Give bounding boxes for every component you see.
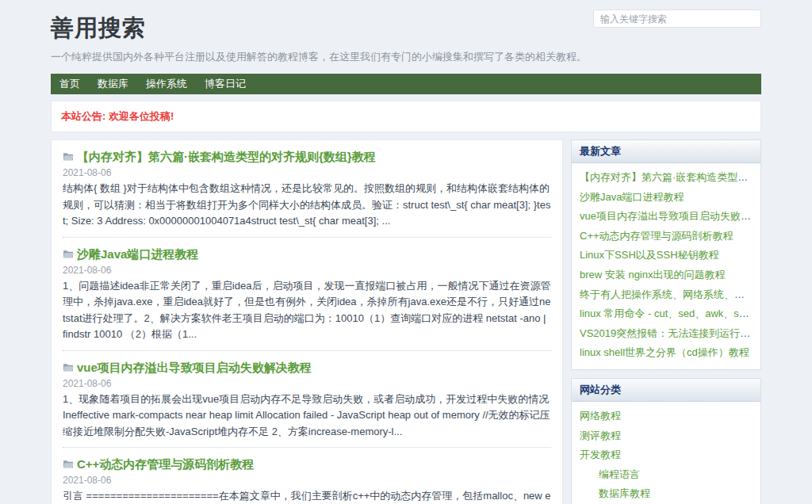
list-item: Linux下SSH以及SSH秘钥教程 bbox=[580, 246, 753, 265]
latest-article-link[interactable]: linux shell世界之分界（cd操作）教程 bbox=[580, 346, 749, 358]
widget-latest-articles: 最新文章 【内存对齐】第六篇·嵌套构造类型的对齐... 沙雕Java端口进程教程… bbox=[571, 139, 761, 370]
nav-item-database[interactable]: 数据库 bbox=[89, 74, 137, 94]
article-title-link[interactable]: 【内存对齐】第六篇·嵌套构造类型的对齐规则{数组}教程 bbox=[77, 149, 376, 164]
main-nav: 首页 数据库 操作系统 博客日记 bbox=[51, 74, 761, 94]
latest-article-link[interactable]: vue项目内存溢出导致项目启动失败解决教程 bbox=[580, 210, 753, 222]
latest-article-link[interactable]: 【内存对齐】第六篇·嵌套构造类型的对齐... bbox=[580, 171, 753, 183]
list-item: 【内存对齐】第六篇·嵌套构造类型的对齐... bbox=[580, 168, 753, 188]
latest-article-link[interactable]: 终于有人把操作系统、网络系统、线程进程... bbox=[580, 288, 753, 300]
category-link-programming-language[interactable]: 编程语言 bbox=[599, 468, 640, 480]
list-item: VS2019突然报错：无法连接到运行中的进... bbox=[580, 324, 753, 344]
article-title-link[interactable]: C++动态内存管理与源码剖析教程 bbox=[77, 456, 254, 472]
list-item: 沙雕Java端口进程教程 bbox=[580, 188, 753, 208]
article-title-link[interactable]: vue项目内存溢出导致项目启动失败解决教程 bbox=[77, 360, 312, 375]
folder-icon bbox=[63, 150, 74, 164]
latest-article-link[interactable]: VS2019突然报错：无法连接到运行中的进... bbox=[580, 327, 753, 339]
article-date: 2021-08-06 bbox=[63, 475, 551, 486]
main-row: 【内存对齐】第六篇·嵌套构造类型的对齐规则{数组}教程 2021-08-06 结… bbox=[51, 139, 761, 504]
page-container: 善用搜索 一个纯粹提供国内外各种平台注册以及使用解答的教程博客，在这里我们有专门… bbox=[51, 0, 761, 504]
folder-icon bbox=[63, 361, 74, 375]
list-item: 数据库教程 bbox=[580, 484, 753, 504]
latest-article-link[interactable]: linux 常用命令 - cut、sed、awk、sort教程 bbox=[580, 307, 753, 319]
article-item: vue项目内存溢出导致项目启动失败解决教程 2021-08-06 1、现象随着项… bbox=[63, 351, 551, 449]
site-announcement: 本站公告: 欢迎各位投稿! bbox=[51, 101, 761, 132]
article-excerpt: 1、问题描述idea非正常关闭了，重启idea后，启动项目，发现一直报端口被占用… bbox=[63, 278, 551, 343]
article-date: 2021-08-06 bbox=[63, 167, 551, 178]
latest-article-link[interactable]: brew 安装 nginx出现的问题教程 bbox=[580, 269, 725, 281]
list-item: vue项目内存溢出导致项目启动失败解决教程 bbox=[580, 207, 753, 227]
list-item: 测评教程 bbox=[580, 426, 753, 446]
list-item: C++动态内存管理与源码剖析教程 bbox=[580, 227, 753, 246]
article-excerpt: 结构体{ 数组 }对于结构体中包含数组这种情况，还是比较常见的。按照数组的规则，… bbox=[63, 181, 551, 230]
list-item: linux 常用命令 - cut、sed、awk、sort教程 bbox=[580, 304, 753, 324]
list-item: linux shell世界之分界（cd操作）教程 bbox=[580, 343, 753, 363]
widget-title: 最新文章 bbox=[572, 140, 760, 163]
category-link-dev[interactable]: 开发教程 bbox=[580, 449, 621, 460]
article-item: 沙雕Java端口进程教程 2021-08-06 1、问题描述idea非正常关闭了… bbox=[63, 238, 551, 351]
nav-item-os[interactable]: 操作系统 bbox=[137, 74, 196, 94]
article-title-link[interactable]: 沙雕Java端口进程教程 bbox=[77, 246, 198, 262]
nav-item-home[interactable]: 首页 bbox=[51, 74, 89, 94]
list-item: 编程语言 bbox=[580, 465, 753, 485]
category-link-database[interactable]: 数据库教程 bbox=[599, 487, 650, 499]
article-date: 2021-08-06 bbox=[63, 265, 551, 276]
article-date: 2021-08-06 bbox=[63, 378, 551, 389]
list-item: 终于有人把操作系统、网络系统、线程进程... bbox=[580, 285, 753, 305]
article-list: 【内存对齐】第六篇·嵌套构造类型的对齐规则{数组}教程 2021-08-06 结… bbox=[51, 139, 563, 504]
sidebar: 最新文章 【内存对齐】第六篇·嵌套构造类型的对齐... 沙雕Java端口进程教程… bbox=[571, 139, 761, 504]
category-link-network[interactable]: 网络教程 bbox=[580, 410, 621, 422]
article-item: 【内存对齐】第六篇·嵌套构造类型的对齐规则{数组}教程 2021-08-06 结… bbox=[63, 140, 551, 238]
site-subtitle: 一个纯粹提供国内外各种平台注册以及使用解答的教程博客，在这里我们有专门的小编搜集… bbox=[51, 50, 761, 64]
list-item: brew 安装 nginx出现的问题教程 bbox=[580, 265, 753, 285]
latest-article-link[interactable]: C++动态内存管理与源码剖析教程 bbox=[580, 230, 733, 242]
widget-categories: 网站分类 网络教程 测评教程 开发教程 编程语言 数据库教程 系统教程 其他教程 bbox=[571, 378, 761, 504]
list-item: 开发教程 bbox=[580, 445, 753, 465]
list-item: 网络教程 bbox=[580, 407, 753, 426]
latest-article-link[interactable]: Linux下SSH以及SSH秘钥教程 bbox=[580, 249, 719, 261]
widget-title: 网站分类 bbox=[572, 379, 760, 402]
article-excerpt: 引言 ======================在本篇文章中，我们主要剖析c+… bbox=[63, 488, 551, 504]
article-item: C++动态内存管理与源码剖析教程 2021-08-06 引言 =========… bbox=[63, 448, 551, 504]
folder-icon bbox=[63, 457, 74, 472]
article-excerpt: 1、现象随着项目的拓展会出现vue项目启动内存不足导致启动失败，或者启动成功，开… bbox=[63, 391, 551, 441]
nav-item-blog-diary[interactable]: 博客日记 bbox=[196, 74, 255, 94]
latest-article-link[interactable]: 沙雕Java端口进程教程 bbox=[580, 191, 684, 203]
folder-icon bbox=[63, 247, 74, 262]
site-header: 善用搜索 一个纯粹提供国内外各种平台注册以及使用解答的教程博客，在这里我们有专门… bbox=[51, 0, 761, 64]
search-input[interactable] bbox=[593, 10, 761, 28]
category-link-review[interactable]: 测评教程 bbox=[580, 430, 621, 441]
